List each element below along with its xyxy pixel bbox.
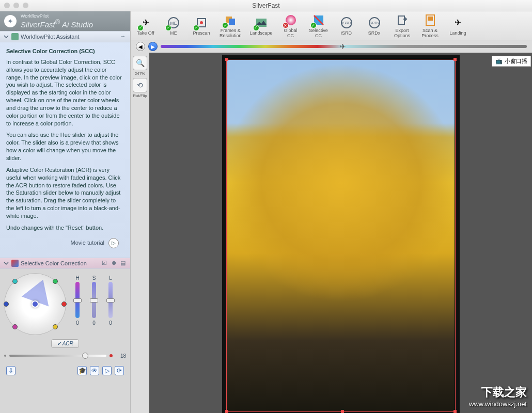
panel-title: Selective Color Correction — [21, 260, 87, 266]
selection-handle[interactable] — [341, 410, 344, 413]
slider-thumb[interactable] — [82, 353, 88, 359]
color-dot-blue[interactable] — [4, 301, 9, 307]
close-window-button[interactable] — [4, 3, 10, 8]
preview-canvas[interactable] — [149, 53, 532, 413]
workflow-track[interactable]: ✈ — [161, 45, 527, 48]
toolbar-landing[interactable]: ✈ Landing — [448, 15, 468, 36]
panel-scc-header[interactable]: Selective Color Correction ☑ ⊗ ▤ — [0, 258, 130, 269]
srdx-icon: SRDx — [367, 15, 382, 30]
save-preset-button[interactable]: ⇩ — [6, 366, 15, 375]
scan-icon — [423, 13, 437, 27]
color-dot-yellow[interactable] — [53, 324, 58, 329]
brand-subtitle: WorkflowPilot — [21, 14, 93, 19]
disclosure-down-icon[interactable] — [3, 34, 9, 40]
scan-frame-selection[interactable] — [226, 59, 456, 412]
mini-window-label: 小窗口播 — [505, 57, 527, 65]
menu-icon[interactable]: ▤ — [119, 260, 127, 267]
zoom-window-button[interactable] — [23, 3, 28, 8]
window-title: SilverFast — [252, 2, 279, 9]
target-icon[interactable]: ⊗ — [109, 260, 118, 267]
scc-panel: H 0 S 0 L 0 ✔ A — [0, 269, 130, 379]
selection-handle[interactable] — [453, 58, 457, 61]
app-logo-icon: ✦ — [4, 15, 17, 27]
zoom-tool[interactable]: 🔍 — [133, 56, 147, 70]
reset-button[interactable]: ⟳ — [115, 366, 124, 375]
color-wheel-knob[interactable] — [32, 300, 39, 308]
svg-point-3 — [200, 21, 203, 24]
selection-handle[interactable] — [225, 410, 228, 413]
main-toolbar: ✈✓ Take Off ME✓ ME ✓ Prescan ✓ Frames & … — [131, 11, 532, 40]
selectivecc-icon: ✓ — [311, 13, 326, 27]
hue-slider[interactable] — [75, 282, 80, 318]
traffic-lights — [4, 3, 28, 8]
saturation-main-slider[interactable] — [9, 355, 106, 357]
landscape-icon: ✓ — [254, 15, 269, 30]
slider-thumb[interactable] — [73, 298, 82, 303]
isrd-icon: iSRD — [339, 15, 354, 30]
color-dot-magenta[interactable] — [12, 324, 18, 329]
frames-icon: ✓ — [223, 13, 238, 27]
acr-button[interactable]: ✔ ACR — [51, 339, 79, 348]
scc-icon — [11, 260, 19, 267]
toolbar-landscape[interactable]: ✓ Landscape — [250, 15, 273, 36]
selection-handle[interactable] — [225, 58, 228, 61]
saturation-slider[interactable] — [92, 282, 96, 318]
svg-rect-15 — [428, 17, 433, 21]
toolbar-me[interactable]: ME✓ ME — [164, 15, 183, 36]
checkbox-icon[interactable]: ☑ — [100, 260, 108, 267]
prev-step-button[interactable]: ◀ — [136, 42, 145, 51]
disclosure-down-icon[interactable] — [3, 260, 9, 266]
brand-title: SilverFast® Ai Studio — [21, 19, 93, 29]
toolbar-selectivecc[interactable]: ✓ Selective CC — [309, 13, 328, 38]
color-dot-cyan[interactable] — [12, 279, 18, 284]
toolbar-isrd[interactable]: iSRD iSRD — [337, 15, 356, 36]
saturation-value: 0 — [92, 320, 96, 326]
toolbar-takeoff[interactable]: ✈✓ Take Off — [136, 15, 155, 36]
movie-tutorial-button[interactable]: ▷ — [108, 238, 119, 248]
globalcc-icon: ✕ — [284, 13, 298, 27]
color-dot-red[interactable] — [61, 301, 67, 307]
expert-button[interactable]: 🎓 — [77, 366, 87, 375]
saturation-max-icon — [109, 354, 113, 357]
goto-arrow-icon[interactable]: → — [119, 33, 127, 40]
rotflip-label: Rot/Flip — [133, 93, 147, 98]
next-step-button[interactable]: ▶ — [148, 42, 158, 51]
color-dot-green[interactable] — [53, 279, 58, 284]
help-title: Selective Color Correction (SCC) — [6, 47, 124, 55]
play-button[interactable]: ▷ — [102, 366, 112, 375]
color-wheel-sector — [22, 275, 57, 306]
movie-tutorial-label: Movie tutorial — [71, 239, 104, 247]
panel-title: WorkflowPilot Assistant — [21, 34, 80, 40]
selection-handle[interactable] — [453, 410, 457, 413]
help-paragraph: In contrast to Global Color Correction, … — [6, 58, 124, 128]
rotate-flip-tool[interactable]: ⟲ — [133, 78, 147, 92]
panel-workflow-header[interactable]: WorkflowPilot Assistant → — [0, 31, 130, 42]
help-paragraph: Undo changes with the "Reset" button. — [6, 224, 124, 232]
toolbar-frames[interactable]: ✓ Frames & Resolution — [220, 13, 242, 38]
window-titlebar: SilverFast — [0, 0, 532, 11]
svg-text:SRDx: SRDx — [369, 21, 379, 25]
slider-thumb[interactable] — [106, 298, 115, 303]
slider-thumb[interactable] — [90, 298, 98, 303]
mini-window-panel[interactable]: 📺 小窗口播 — [492, 56, 531, 67]
saturation-min-icon — [4, 355, 6, 357]
minimize-window-button[interactable] — [13, 3, 19, 8]
help-paragraph: Adaptive Color Restoration (ACR) is very… — [6, 166, 124, 220]
hsl-sliders: H 0 S 0 L 0 — [72, 273, 116, 326]
lightness-slider[interactable] — [108, 282, 113, 318]
zoom-label: 247% — [135, 71, 145, 76]
eye-preview-button[interactable]: 👁 — [90, 366, 99, 375]
airplane-icon: ✈✓ — [138, 15, 153, 30]
toolbar-prescan[interactable]: ✓ Prescan — [192, 15, 211, 36]
watermark-url: www.windowszj.net — [469, 400, 527, 408]
help-paragraph: You can also use the Hue slider to adjus… — [6, 131, 124, 162]
workflow-progress-bar: ◀ ▶ ✈ — [131, 40, 532, 53]
svg-text:iSRD: iSRD — [342, 21, 350, 25]
toolbar-export[interactable]: Export Options — [393, 13, 412, 38]
toolbar-scan[interactable]: Scan & Process — [420, 13, 440, 38]
toolbar-srdx[interactable]: SRDx SRDx — [365, 15, 384, 36]
saturation-slider-label: S — [92, 275, 96, 281]
color-wheel[interactable] — [4, 273, 66, 335]
lightness-value: 0 — [109, 320, 112, 326]
toolbar-globalcc[interactable]: ✕ Global CC — [281, 13, 301, 38]
